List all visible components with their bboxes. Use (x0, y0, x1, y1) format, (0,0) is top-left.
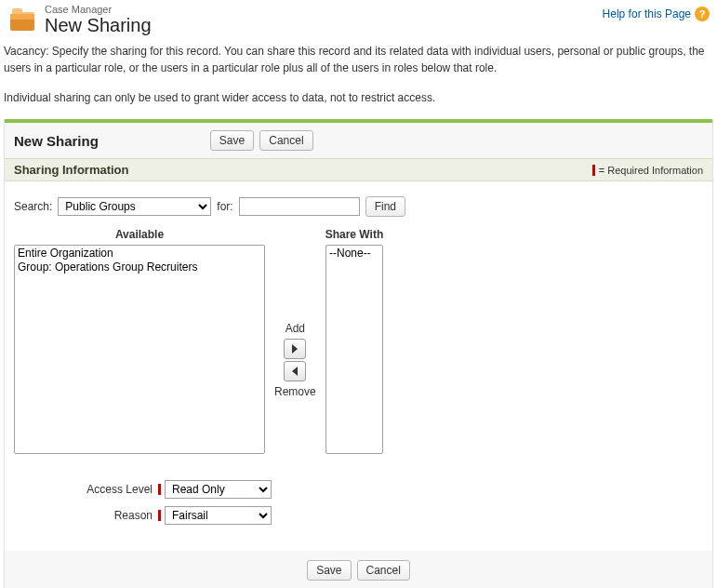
panel-body: Search: Public Groups for: Find Availabl… (5, 181, 712, 551)
transfer-controls: Add Remove (274, 228, 316, 454)
dual-list: Available Entire OrganizationGroup: Oper… (14, 228, 703, 454)
available-title: Available (115, 228, 164, 241)
bottom-button-row: Save Cancel (5, 551, 712, 584)
intro-paragraph-2: Individual sharing can only be used to g… (4, 89, 710, 106)
cancel-button[interactable]: Cancel (357, 560, 410, 581)
case-manager-icon (7, 5, 37, 34)
required-label: = Required Information (599, 165, 703, 176)
page-category: Case Manager (45, 4, 603, 15)
arrow-left-icon (291, 367, 299, 376)
access-level-label: Access Level (14, 483, 158, 496)
reason-label: Reason (14, 509, 158, 522)
share-with-title: Share With (325, 228, 384, 241)
save-button[interactable]: Save (307, 560, 351, 581)
intro-paragraph-1: Vacancy: Specify the sharing for this re… (4, 43, 710, 76)
help-link-label: Help for this Page (603, 7, 691, 20)
help-link[interactable]: Help for this Page ? (603, 7, 710, 21)
cancel-button[interactable]: Cancel (259, 130, 312, 151)
find-button[interactable]: Find (365, 196, 405, 217)
section-title: Sharing Information (14, 163, 129, 177)
list-item[interactable]: Group: Operations Group Recruiters (16, 261, 263, 274)
search-type-select[interactable]: Public Groups (58, 197, 211, 216)
list-item[interactable]: --None-- (327, 247, 381, 261)
help-icon: ? (695, 7, 710, 21)
form-rows: Access Level Read Only Reason Fairsail (14, 480, 703, 525)
required-indicator-icon (158, 484, 161, 495)
save-button[interactable]: Save (210, 130, 254, 151)
page-header: Case Manager New Sharing Help for this P… (0, 0, 717, 35)
available-listbox[interactable]: Entire OrganizationGroup: Operations Gro… (14, 245, 265, 454)
search-input[interactable] (239, 197, 360, 216)
list-item[interactable]: Entire Organization (16, 247, 263, 261)
reason-select[interactable]: Fairsail (165, 506, 272, 525)
remove-label: Remove (274, 385, 316, 398)
intro-text: Vacancy: Specify the sharing for this re… (0, 35, 717, 106)
add-label: Add (285, 322, 305, 335)
search-row: Search: Public Groups for: Find (14, 196, 703, 217)
panel-title: New Sharing (14, 133, 99, 149)
access-level-select[interactable]: Read Only (165, 480, 272, 499)
panel-header: New Sharing Save Cancel (5, 123, 712, 158)
search-label: Search: (14, 200, 52, 213)
new-sharing-panel: New Sharing Save Cancel Sharing Informat… (4, 119, 713, 588)
required-indicator-icon (158, 510, 161, 521)
svg-rect-1 (10, 14, 34, 20)
share-with-listbox[interactable]: --None-- (325, 245, 383, 454)
page-title: New Sharing (45, 15, 603, 35)
add-button[interactable] (284, 339, 306, 359)
search-for-label: for: (217, 200, 232, 213)
arrow-right-icon (291, 344, 299, 354)
section-header: Sharing Information = Required Informati… (5, 158, 712, 181)
remove-button[interactable] (284, 361, 306, 381)
required-indicator-icon (592, 165, 595, 176)
